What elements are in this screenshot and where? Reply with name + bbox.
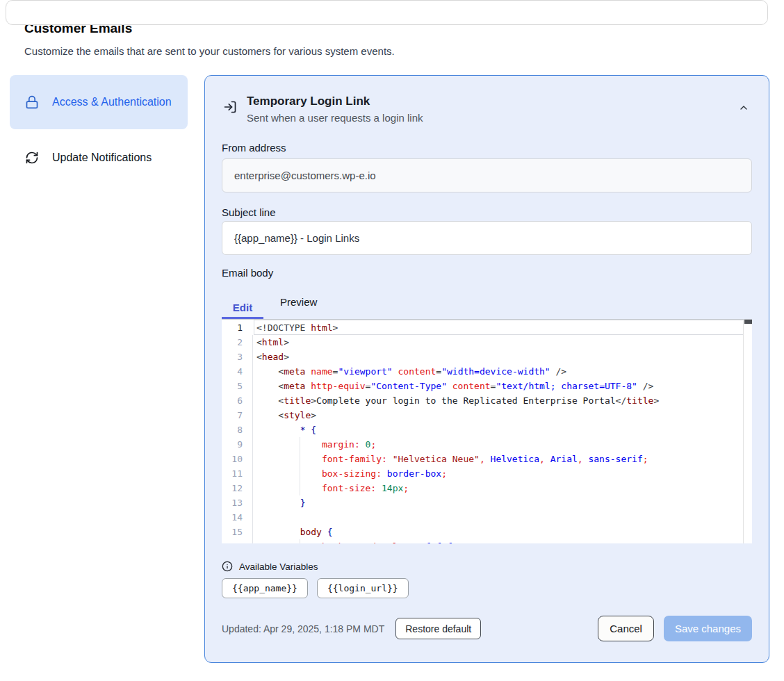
- code-line[interactable]: 11 box-sizing: border-box;: [222, 466, 752, 481]
- refresh-icon: [25, 151, 39, 165]
- line-number: 16: [222, 539, 243, 543]
- variable-chip-app-name[interactable]: {{app_name}}: [222, 578, 308, 598]
- code-lines: 1<!DOCTYPE html>2<html>3<head>4 <meta na…: [222, 320, 752, 543]
- page-description: Customize the emails that are sent to yo…: [24, 45, 784, 57]
- chevron-up-icon: [738, 102, 749, 113]
- code-line[interactable]: 15 body {: [222, 525, 752, 539]
- line-number: 11: [222, 466, 243, 481]
- available-variables-row: Available Variables: [222, 561, 752, 572]
- sidebar-item-access-authentication[interactable]: Access & Authentication: [10, 75, 188, 129]
- from-address-input[interactable]: [222, 158, 752, 192]
- line-number: 9: [222, 437, 243, 452]
- code-line[interactable]: 7 <style>: [222, 408, 752, 422]
- code-line[interactable]: 4 <meta name="viewport" content="width=d…: [222, 364, 752, 379]
- editor-tabs: Edit Preview: [222, 295, 752, 319]
- line-number: 5: [222, 379, 243, 393]
- main-row: Access & Authentication Update Notificat…: [10, 75, 769, 663]
- top-card-edge: [6, 0, 768, 25]
- info-icon: [222, 561, 233, 572]
- card-subtitle: Sent when a user requests a login link: [247, 112, 735, 124]
- available-variables-label: Available Variables: [239, 561, 318, 572]
- variable-chips: {{app_name}} {{login_url}}: [222, 578, 752, 598]
- sidebar-item-update-notifications[interactable]: Update Notifications: [10, 141, 188, 174]
- sidebar-item-label: Access & Authentication: [52, 94, 172, 110]
- email-settings-card: Temporary Login Link Sent when a user re…: [204, 75, 769, 663]
- code-line[interactable]: 9 margin: 0;: [222, 437, 752, 452]
- line-number: 15: [222, 525, 243, 539]
- collapse-button[interactable]: [735, 99, 752, 116]
- subject-line-label: Subject line: [222, 206, 752, 218]
- tab-edit[interactable]: Edit: [222, 295, 263, 319]
- line-number: 1: [222, 320, 243, 335]
- line-number: 14: [222, 510, 243, 525]
- line-number: 10: [222, 452, 243, 466]
- line-number: 3: [222, 350, 243, 364]
- from-address-label: From address: [222, 142, 752, 154]
- log-in-icon: [223, 100, 237, 114]
- line-number: 2: [222, 335, 243, 350]
- card-title: Temporary Login Link: [247, 94, 735, 109]
- code-line[interactable]: 16 background-color: #f6f6f6;: [222, 539, 752, 543]
- code-line[interactable]: 10 font-family: "Helvetica Neue", Helvet…: [222, 452, 752, 466]
- line-number: 13: [222, 495, 243, 510]
- line-number: 12: [222, 481, 243, 495]
- code-line[interactable]: 2<html>: [222, 335, 752, 350]
- customer-emails-page: Customer Emails Customize the emails tha…: [0, 21, 784, 681]
- editor-scrollbar[interactable]: [743, 320, 752, 543]
- card-footer: Updated: Apr 29, 2025, 1:18 PM MDT Resto…: [222, 616, 752, 641]
- restore-default-button[interactable]: Restore default: [395, 618, 481, 639]
- code-line[interactable]: 12 font-size: 14px;: [222, 481, 752, 495]
- code-line[interactable]: 13 }: [222, 495, 752, 510]
- line-number: 7: [222, 408, 243, 422]
- code-line[interactable]: 3<head>: [222, 350, 752, 364]
- code-line[interactable]: 14: [222, 510, 752, 525]
- line-number: 6: [222, 393, 243, 408]
- subject-line-input[interactable]: [222, 221, 752, 255]
- cancel-button[interactable]: Cancel: [598, 616, 654, 641]
- updated-timestamp: Updated: Apr 29, 2025, 1:18 PM MDT: [222, 623, 384, 634]
- email-body-label: Email body: [222, 267, 752, 279]
- line-number: 8: [222, 422, 243, 437]
- line-number: 4: [222, 364, 243, 379]
- sidebar: Access & Authentication Update Notificat…: [10, 75, 188, 174]
- code-editor[interactable]: 1<!DOCTYPE html>2<html>3<head>4 <meta na…: [222, 319, 752, 543]
- sidebar-item-label: Update Notifications: [52, 151, 152, 164]
- tab-preview[interactable]: Preview: [280, 295, 317, 308]
- code-line[interactable]: 5 <meta http-equiv="Content-Type" conten…: [222, 379, 752, 393]
- code-line[interactable]: 8 * {: [222, 422, 752, 437]
- save-changes-button[interactable]: Save changes: [664, 616, 752, 641]
- lock-icon: [25, 95, 39, 109]
- code-line[interactable]: 1<!DOCTYPE html>: [222, 320, 752, 335]
- scrollbar-thumb[interactable]: [744, 320, 752, 324]
- card-header: Temporary Login Link Sent when a user re…: [222, 94, 752, 124]
- code-line[interactable]: 6 <title>Complete your login to the Repl…: [222, 393, 752, 408]
- variable-chip-login-url[interactable]: {{login_url}}: [317, 578, 409, 598]
